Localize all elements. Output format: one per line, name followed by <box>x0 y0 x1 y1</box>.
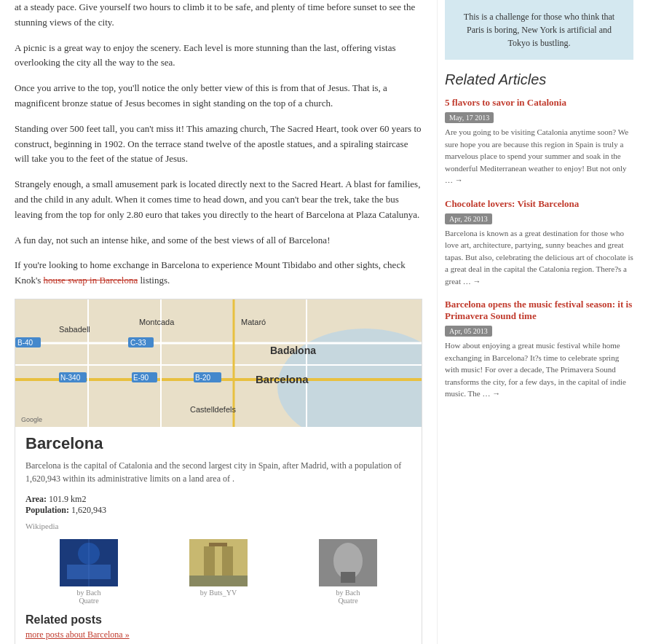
svg-text:Sabadell: Sabadell <box>59 325 90 334</box>
photo-3 <box>319 539 377 586</box>
map-container: Sabadell Montcada Mataró Badalona Barcel… <box>15 299 422 427</box>
area-label: Area: <box>25 494 47 504</box>
svg-text:Mataró: Mataró <box>241 318 266 326</box>
sidebar: This is a challenge for those who think … <box>437 0 641 644</box>
more-posts-link[interactable]: more posts about Barcelona » <box>25 629 411 640</box>
sidebar-article-3-link[interactable]: Barcelona opens the music festival seaso… <box>445 299 633 322</box>
svg-rect-31 <box>204 546 215 576</box>
sidebar-article-3: Barcelona opens the music festival seaso… <box>445 299 633 400</box>
photo-2-credit: by Buts_YV <box>200 589 237 597</box>
population-label: Population: <box>25 505 69 515</box>
article-para-5: Strangely enough, a small amusement park… <box>15 177 422 222</box>
photo-item-1: by BachQuatre <box>25 539 152 605</box>
article-para-4: Standing over 500 feet tall, you can't m… <box>15 122 422 167</box>
svg-text:Castelldefels: Castelldefels <box>190 405 236 414</box>
article-home-exchange-text: If you're looking to home exchange in Ba… <box>15 258 422 288</box>
area-value: 101.9 km2 <box>49 494 86 504</box>
svg-text:Google: Google <box>21 416 42 423</box>
photo-1-credit: by BachQuatre <box>76 589 100 605</box>
svg-rect-32 <box>222 546 233 576</box>
article-body: at a steady pace. Give yourself two hour… <box>15 0 422 288</box>
widget-description: Barcelona is the capital of Catalonia an… <box>15 456 422 488</box>
photos-row: by BachQuatre by Buts_YV <box>15 535 422 609</box>
svg-text:Montcada: Montcada <box>139 318 175 326</box>
svg-marker-33 <box>209 543 227 546</box>
article-para-6: A fun day, not such an intense hike, and… <box>15 233 422 248</box>
widget-source: Wikipedia <box>15 519 422 535</box>
sidebar-article-1-link[interactable]: 5 flavors to savor in Catalonia <box>445 97 633 109</box>
article-para-3: Once you arrive to the top, you'll notic… <box>15 81 422 111</box>
challenge-box: This is a challenge for those who think … <box>445 0 633 60</box>
sidebar-article-1-excerpt: Are you going to be visiting Catalonia a… <box>445 126 633 186</box>
svg-text:C-33: C-33 <box>130 339 146 347</box>
svg-rect-37 <box>341 572 355 583</box>
photo-1 <box>60 539 118 586</box>
svg-text:N-340: N-340 <box>60 374 81 382</box>
photo-item-2: by Buts_YV <box>155 539 282 605</box>
sidebar-article-1-date: May, 17 2013 <box>445 112 494 123</box>
article-para-1: at a steady pace. Give yourself two hour… <box>15 0 422 31</box>
related-articles-title: Related Articles <box>445 71 633 88</box>
photo-2 <box>189 539 248 586</box>
related-posts-title: Related posts <box>25 613 411 627</box>
sidebar-article-1: 5 flavors to savor in Catalonia May, 17 … <box>445 97 633 186</box>
sidebar-article-2-excerpt: Barcelona is known as a great destinatio… <box>445 227 633 288</box>
photo-item-3: by BachQuatre <box>285 539 411 605</box>
svg-text:B-20: B-20 <box>195 374 211 382</box>
house-swap-link[interactable]: house swap in Barcelona <box>44 275 138 286</box>
sidebar-article-2-date: Apr, 26 2013 <box>445 213 492 224</box>
svg-rect-34 <box>189 576 248 586</box>
sidebar-article-2-link[interactable]: Chocolate lovers: Visit Barcelona <box>445 198 633 210</box>
widget-city-title: Barcelona <box>15 427 422 456</box>
article-para-2: A picnic is a great way to enjoy the sce… <box>15 41 422 71</box>
svg-text:E-90: E-90 <box>133 374 149 382</box>
svg-text:B-40: B-40 <box>17 339 33 347</box>
sidebar-article-3-date: Apr, 05 2013 <box>445 326 492 337</box>
widget-area-info: Area: 101.9 km2 Population: 1,620,943 <box>15 488 422 519</box>
svg-text:Badalona: Badalona <box>270 345 316 356</box>
sidebar-article-2: Chocolate lovers: Visit Barcelona Apr, 2… <box>445 198 633 288</box>
photo-3-credit: by BachQuatre <box>336 589 360 605</box>
map-svg: Sabadell Montcada Mataró Badalona Barcel… <box>15 299 422 427</box>
svg-text:Barcelona: Barcelona <box>256 373 309 385</box>
related-posts-section: Related posts more posts about Barcelona… <box>15 609 422 644</box>
sidebar-article-3-excerpt: How about enjoying a great music festiva… <box>445 339 633 400</box>
population-value: 1,620,943 <box>71 505 106 515</box>
knok-widget: Sabadell Montcada Mataró Badalona Barcel… <box>15 299 422 644</box>
